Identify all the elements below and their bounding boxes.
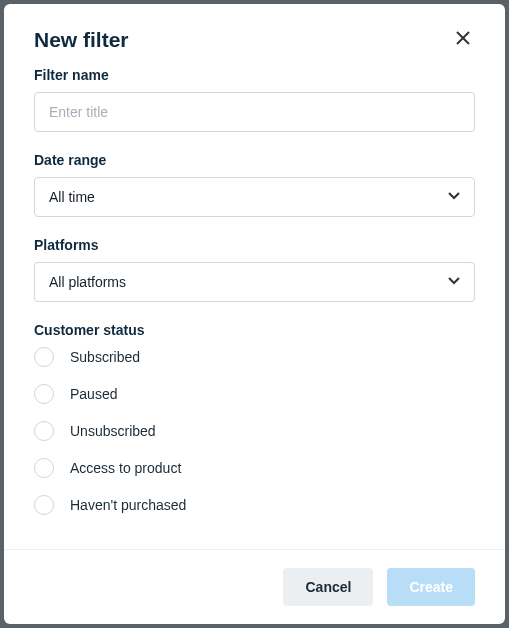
filter-name-group: Filter name (34, 67, 475, 132)
platforms-value: All platforms (49, 274, 126, 290)
modal-footer: Cancel Create (4, 549, 505, 624)
radio-item-havent-purchased[interactable]: Haven't purchased (34, 495, 475, 515)
radio-icon (34, 421, 54, 441)
close-icon (455, 30, 471, 49)
radio-label: Subscribed (70, 349, 140, 365)
platforms-select-wrap: All platforms (34, 262, 475, 302)
date-range-select-wrap: All time (34, 177, 475, 217)
modal-title: New filter (34, 28, 129, 52)
platforms-select[interactable]: All platforms (34, 262, 475, 302)
close-button[interactable] (451, 26, 475, 53)
radio-icon (34, 384, 54, 404)
radio-item-access-to-product[interactable]: Access to product (34, 458, 475, 478)
date-range-group: Date range All time (34, 152, 475, 217)
new-filter-modal: New filter Filter name Date range All ti… (4, 4, 505, 624)
date-range-select[interactable]: All time (34, 177, 475, 217)
platforms-group: Platforms All platforms (34, 237, 475, 302)
radio-icon (34, 495, 54, 515)
radio-item-paused[interactable]: Paused (34, 384, 475, 404)
radio-label: Unsubscribed (70, 423, 156, 439)
cancel-button[interactable]: Cancel (283, 568, 373, 606)
radio-item-unsubscribed[interactable]: Unsubscribed (34, 421, 475, 441)
create-button[interactable]: Create (387, 568, 475, 606)
radio-label: Haven't purchased (70, 497, 186, 513)
modal-header: New filter (4, 4, 505, 57)
date-range-label: Date range (34, 152, 475, 168)
radio-label: Access to product (70, 460, 181, 476)
platforms-label: Platforms (34, 237, 475, 253)
filter-name-input[interactable] (34, 92, 475, 132)
filter-name-label: Filter name (34, 67, 475, 83)
customer-status-label: Customer status (34, 322, 475, 338)
date-range-value: All time (49, 189, 95, 205)
modal-body: Filter name Date range All time Platform… (4, 57, 505, 549)
customer-status-options: Subscribed Paused Unsubscribed Access to… (34, 347, 475, 515)
radio-item-subscribed[interactable]: Subscribed (34, 347, 475, 367)
radio-icon (34, 458, 54, 478)
radio-icon (34, 347, 54, 367)
customer-status-group: Customer status Subscribed Paused Unsubs… (34, 322, 475, 515)
radio-label: Paused (70, 386, 117, 402)
